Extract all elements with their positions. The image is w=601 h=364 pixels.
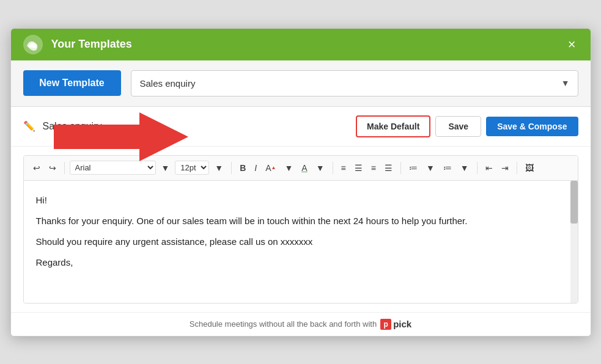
edit-actions: Make Default Save Save & Compose: [356, 115, 578, 137]
footer-text: Schedule meetings without all the back a…: [190, 319, 377, 329]
bold-button[interactable]: B: [237, 161, 249, 175]
modal-container: Your Templates × New Template Sales enqu…: [10, 28, 591, 337]
close-button[interactable]: ×: [564, 37, 580, 53]
save-compose-button[interactable]: Save & Compose: [486, 117, 578, 136]
editor-line-4: Regards,: [36, 255, 566, 270]
editor-scroll-thumb[interactable]: [570, 181, 578, 224]
font-family-dropdown-icon[interactable]: ▼: [158, 161, 173, 175]
edit-icon: ✏️: [23, 120, 35, 132]
editor-scrollbar[interactable]: [570, 181, 578, 303]
editor-line-1: Hi!: [36, 193, 566, 208]
edit-row: ✏️ Sales enquiry Make Default Save Save …: [11, 107, 591, 147]
modal-header: Your Templates ×: [11, 29, 591, 60]
redo-button[interactable]: ↪: [46, 161, 59, 175]
pick-icon: p: [380, 319, 391, 330]
header-left: Your Templates: [22, 34, 132, 56]
undo-button[interactable]: ↩: [30, 161, 43, 175]
font-size-dropdown-icon[interactable]: ▼: [212, 161, 226, 175]
editor-content-area[interactable]: Hi! Thanks for your enquiry. One of our …: [24, 181, 578, 303]
font-color-dropdown[interactable]: ▼: [282, 161, 297, 175]
align-right-button[interactable]: ≡: [368, 161, 379, 175]
align-left-button[interactable]: ≡: [338, 161, 349, 175]
pick-logo: p pick: [380, 319, 411, 330]
italic-button[interactable]: I: [251, 161, 260, 175]
font-color-button[interactable]: A▲: [262, 161, 279, 175]
ordered-list-dropdown[interactable]: ▼: [457, 161, 472, 175]
edit-row-inner: ✏️ Sales enquiry Make Default Save Save …: [23, 115, 578, 137]
indent-increase-button[interactable]: ⇥: [498, 161, 512, 175]
template-select-wrapper: Sales enquiry Default Template Follow Up…: [131, 70, 578, 96]
highlight-button[interactable]: A: [298, 161, 310, 175]
new-template-button[interactable]: New Template: [23, 70, 121, 96]
toolbar-separator-4: [400, 162, 401, 174]
header-title: Your Templates: [51, 38, 132, 51]
editor-content-wrapper: Hi! Thanks for your enquiry. One of our …: [24, 181, 578, 303]
template-name-label: Sales enquiry: [43, 121, 349, 132]
toolbar-separator-2: [231, 162, 232, 174]
editor-toolbar: ↩ ↪ Arial Times New Roman Courier New ▼ …: [24, 156, 578, 181]
indent-decrease-button[interactable]: ⇤: [482, 161, 496, 175]
pick-label: pick: [393, 319, 411, 329]
toolbar-separator-6: [517, 162, 517, 174]
unordered-list-button[interactable]: ≔: [406, 161, 421, 175]
save-button[interactable]: Save: [435, 116, 481, 137]
editor-line-3: Should you require any urgent assistance…: [36, 235, 566, 249]
justify-button[interactable]: ☰: [382, 161, 396, 175]
svg-marker-1: [54, 112, 188, 161]
insert-image-button[interactable]: 🖼: [522, 161, 537, 175]
highlight-dropdown[interactable]: ▼: [313, 161, 328, 175]
template-select[interactable]: Sales enquiry Default Template Follow Up: [131, 70, 578, 96]
editor-line-2: Thanks for your enquiry. One of our sale…: [36, 214, 566, 228]
editor-wrapper: ↩ ↪ Arial Times New Roman Courier New ▼ …: [23, 155, 578, 304]
unordered-list-dropdown[interactable]: ▼: [423, 161, 438, 175]
make-default-button[interactable]: Make Default: [356, 115, 430, 137]
toolbar-row: New Template Sales enquiry Default Templ…: [11, 60, 591, 107]
toolbar-separator-3: [333, 162, 333, 174]
app-logo: [22, 34, 44, 56]
font-family-select[interactable]: Arial Times New Roman Courier New: [70, 161, 156, 175]
font-size-select[interactable]: 12pt 10pt 14pt 16pt: [175, 161, 209, 175]
align-center-button[interactable]: ☰: [352, 161, 366, 175]
modal-footer: Schedule meetings without all the back a…: [11, 312, 591, 336]
toolbar-separator-5: [477, 162, 477, 174]
toolbar-separator-1: [64, 162, 65, 174]
ordered-list-button[interactable]: ≔: [440, 161, 455, 175]
